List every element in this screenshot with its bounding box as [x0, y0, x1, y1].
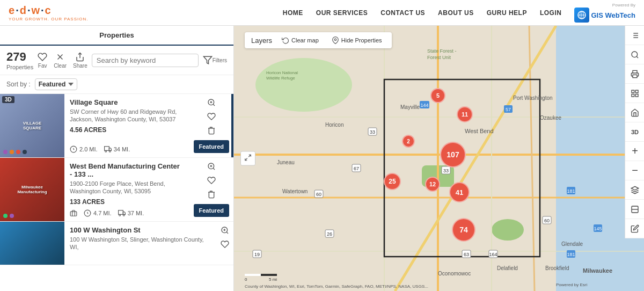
clear-map-button[interactable]: Clear map — [279, 35, 322, 45]
zoom-to-listing-2[interactable] — [207, 162, 216, 173]
search-wrapper[interactable] — [92, 54, 199, 67]
listing-info-1: Village Square SW Corner of Hwy 60 and R… — [64, 94, 189, 157]
zoom-in-button[interactable]: + — [625, 142, 644, 161]
listing-acres-2: 133 ACRES — [70, 198, 184, 206]
list-item: VILLAGESQUARE 3D Village Square SW Corne… — [0, 94, 233, 158]
edit-button[interactable] — [625, 219, 644, 238]
listing-info-3: 100 W Washington St 100 W Washington St,… — [64, 222, 216, 265]
listing-dist2-1: 34 MI. — [104, 146, 130, 153]
nav-about[interactable]: ABOUT US — [438, 9, 474, 17]
listing-meta-2: 4.7 MI. 37 MI. — [70, 207, 184, 217]
map-marker[interactable]: 12 — [425, 177, 440, 192]
nav-guru[interactable]: GURU HELP — [487, 9, 527, 17]
zoom-out-button[interactable]: − — [625, 161, 644, 180]
zoom-to-listing-1[interactable] — [207, 98, 216, 109]
svg-point-13 — [105, 150, 106, 152]
print-button[interactable] — [625, 64, 644, 84]
svg-point-37 — [255, 58, 352, 112]
trash-icon — [207, 190, 216, 199]
svg-rect-11 — [104, 147, 109, 151]
map-marker[interactable]: 2 — [402, 135, 415, 148]
listing-actions-1: Featured — [189, 94, 233, 157]
grid-view-button[interactable] — [625, 84, 644, 103]
property-count-section: 279 Properties — [6, 50, 33, 70]
scrollbar-divider — [231, 94, 233, 157]
fav-label: Fav — [38, 63, 47, 69]
hide-properties-label: Hide Properties — [341, 37, 382, 43]
search-input[interactable] — [97, 56, 194, 64]
favorite-listing-2[interactable] — [207, 176, 216, 187]
delete-listing-2[interactable] — [207, 190, 216, 201]
zoom-to-listing-3[interactable] — [221, 226, 229, 237]
nav-home[interactable]: HOME — [283, 9, 303, 17]
svg-rect-112 — [635, 90, 638, 93]
main-content: Properties 279 Properties Fav Clea — [0, 26, 644, 291]
svg-text:26: 26 — [327, 231, 332, 237]
svg-text:19: 19 — [254, 252, 260, 257]
listing-info-2: West Bend Manufacturing Center - 133 ...… — [64, 158, 189, 221]
filter-icon — [203, 55, 213, 65]
3d-view-button[interactable]: 3D — [625, 122, 644, 142]
clear-label: Clear — [54, 63, 67, 69]
left-panel: Properties 279 Properties Fav Clea — [0, 26, 234, 291]
sort-label: Sort by : — [6, 81, 31, 88]
listing-thumbnail-2: MilwaukeeManufacturing — [0, 158, 64, 221]
listing-address-3: 100 W Washington St, Slinger, Washington… — [70, 236, 211, 251]
listing-dots-1 — [3, 150, 27, 154]
map-marker[interactable]: 5 — [430, 88, 445, 103]
favorite-listing-1[interactable] — [207, 112, 216, 123]
hide-properties-button[interactable]: Hide Properties — [328, 35, 385, 45]
svg-point-14 — [109, 150, 111, 152]
svg-line-10 — [74, 149, 74, 150]
map-attribution: County of Washington, WI, Esri, TomTom, … — [245, 284, 428, 289]
listing-dist2-2: 37 MI. — [118, 209, 144, 217]
svg-text:60: 60 — [544, 218, 550, 223]
listing-address-2: 1900-2100 Forge Place, West Bend, Washin… — [70, 180, 184, 195]
map-marker[interactable]: 11 — [457, 106, 473, 122]
heart-icon — [207, 112, 216, 121]
dot — [3, 150, 8, 154]
nav-login[interactable]: LOGIN — [540, 9, 562, 17]
map-container[interactable]: West Bend Horicon Juneau Port Washington… — [234, 26, 644, 291]
listing-thumbnail-3 — [0, 222, 64, 265]
listing-title-3: 100 W Washington St — [70, 226, 211, 234]
map-marker[interactable]: 25 — [384, 173, 401, 190]
svg-marker-24 — [123, 212, 125, 215]
zoom-icon — [221, 226, 229, 235]
car-icon — [118, 209, 126, 217]
map-search-button[interactable] — [625, 45, 644, 64]
featured-button-1[interactable]: Featured — [194, 140, 229, 153]
list-icon — [631, 31, 639, 40]
svg-text:Milwaukee: Milwaukee — [583, 267, 612, 274]
sort-bar: Sort by : Featured Price Newest Acres — [0, 75, 233, 94]
svg-text:164: 164 — [489, 252, 497, 257]
car-icon — [104, 146, 112, 153]
svg-text:57: 57 — [506, 107, 511, 112]
expand-button[interactable] — [240, 151, 255, 166]
map-marker[interactable]: 41 — [449, 182, 470, 202]
sort-select[interactable]: Featured Price Newest Acres — [35, 78, 77, 90]
split-view-button[interactable] — [625, 200, 644, 219]
nav-contact[interactable]: CONTACT US — [380, 9, 425, 17]
listing-meta-1: 2.0 MI. 34 MI. — [70, 143, 184, 153]
clear-button[interactable]: Clear — [54, 52, 67, 69]
fav-button[interactable]: Fav — [38, 52, 47, 69]
list-view-button[interactable] — [625, 26, 644, 45]
svg-rect-110 — [633, 75, 637, 77]
map-marker[interactable]: 74 — [452, 218, 475, 242]
dot — [16, 150, 20, 154]
featured-button-2[interactable]: Featured — [194, 204, 229, 217]
filter-button[interactable]: Filters — [203, 55, 227, 65]
favorite-listing-3[interactable] — [221, 240, 229, 251]
map-marker[interactable]: 107 — [440, 142, 466, 168]
nav-services[interactable]: OUR SERVICES — [316, 9, 368, 17]
delete-listing-1[interactable] — [207, 126, 216, 137]
home-button[interactable] — [625, 103, 644, 122]
print-icon — [631, 70, 639, 78]
home-icon — [631, 108, 639, 117]
share-button[interactable]: Share — [73, 52, 87, 69]
layers-button[interactable] — [625, 180, 644, 200]
svg-text:5 mi: 5 mi — [269, 277, 277, 282]
distance-icon — [84, 209, 91, 217]
clear-map-icon — [282, 37, 289, 44]
